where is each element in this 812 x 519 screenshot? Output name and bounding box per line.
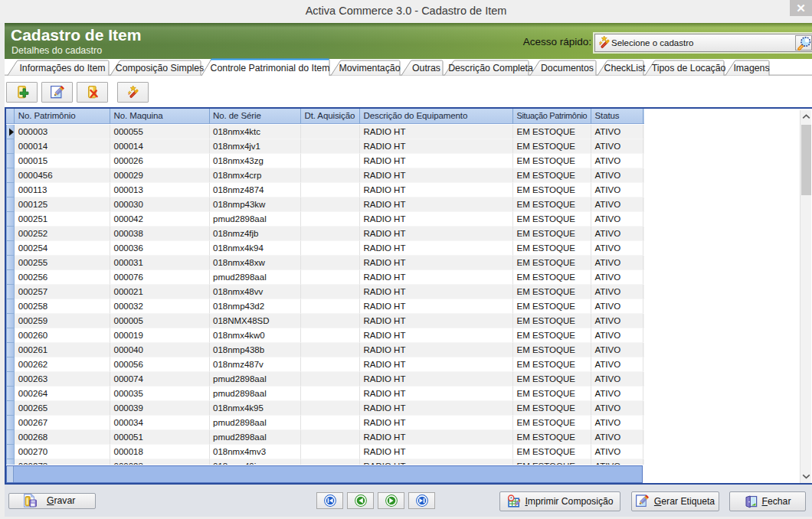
svg-text:Tipos de Locação: Tipos de Locação (652, 63, 726, 73)
svg-text:Descrição Completa: Descrição Completa (448, 63, 533, 73)
svg-text:Controle Patrimonial do Item: Controle Patrimonial do Item (211, 63, 330, 73)
svg-text:Movimentação: Movimentação (339, 63, 401, 73)
svg-text:Informações do Item: Informações do Item (19, 63, 105, 73)
svg-text:Outras: Outras (412, 63, 440, 73)
svg-text:Documentos: Documentos (541, 63, 594, 73)
svg-text:Composição Simples: Composição Simples (116, 63, 205, 73)
svg-text:CheckList: CheckList (604, 63, 647, 73)
svg-text:Imagens: Imagens (733, 63, 769, 73)
